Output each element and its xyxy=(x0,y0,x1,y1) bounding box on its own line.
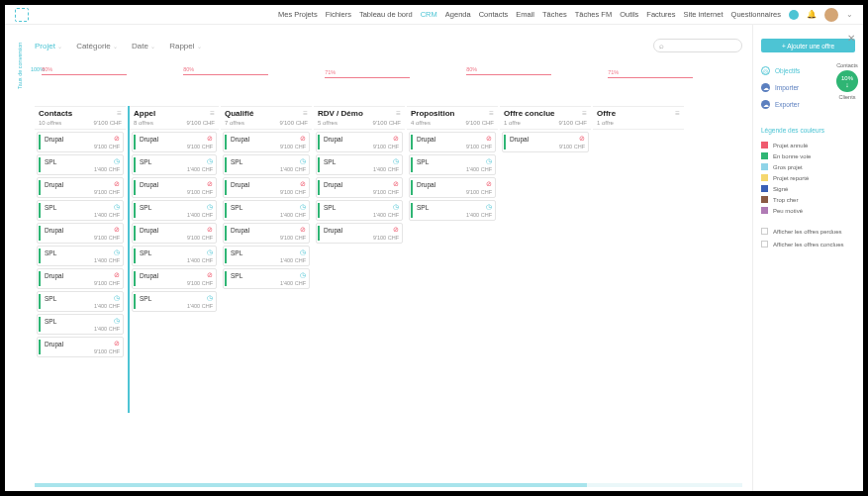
offer-card[interactable]: Drupal⊘9'100 CHF xyxy=(223,177,310,198)
offer-card[interactable]: SPL◷1'400 CHF xyxy=(37,246,124,266)
warning-icon: ⊘ xyxy=(114,135,120,143)
legend-title: Légende des couleurs xyxy=(761,127,855,134)
horizontal-scrollbar[interactable] xyxy=(35,483,742,487)
offer-card[interactable]: SPL◷1'400 CHF xyxy=(37,314,124,335)
cloud-icon: ☁ xyxy=(761,83,770,92)
card-title: SPL xyxy=(231,272,242,279)
nav-item[interactable]: Outils xyxy=(620,10,638,19)
column-menu-icon[interactable]: ≡ xyxy=(582,109,587,118)
filter-projet[interactable]: Projet ⌄ xyxy=(35,42,62,50)
column-total: 9'100 CHF xyxy=(466,120,495,126)
offer-card[interactable]: SPL◷1'400 CHF xyxy=(132,154,217,175)
column-total: 9'100 CHF xyxy=(280,120,309,126)
checkbox-option[interactable]: Afficher les offres perdues xyxy=(761,226,855,237)
card-title: SPL xyxy=(45,295,56,302)
offer-card[interactable]: SPL◷1'400 CHF xyxy=(132,200,217,221)
offer-card[interactable]: Drupal⊘9'100 CHF xyxy=(132,223,217,244)
offer-card[interactable]: SPL◷1'400 CHF xyxy=(223,154,310,175)
column-title: RDV / Démo xyxy=(318,109,363,118)
offer-card[interactable]: Drupal⊘9'100 CHF xyxy=(37,268,124,289)
clock-icon: ◷ xyxy=(207,248,213,256)
offer-card[interactable]: Drupal⊘9'100 CHF xyxy=(37,132,124,152)
offer-card[interactable]: SPL◷1'400 CHF xyxy=(316,154,403,175)
card-title: SPL xyxy=(231,158,242,165)
nav-item[interactable]: Tâches xyxy=(542,10,567,19)
card-amount: 1'400 CHF xyxy=(41,302,120,309)
offer-card[interactable]: SPL◷1'400 CHF xyxy=(37,291,124,312)
filter-date[interactable]: Date ⌄ xyxy=(132,42,155,50)
column-menu-icon[interactable]: ≡ xyxy=(396,109,401,118)
column-count: 10 offres xyxy=(39,120,61,126)
card-title: SPL xyxy=(45,249,56,256)
column-menu-icon[interactable]: ≡ xyxy=(675,109,680,118)
offer-card[interactable]: Drupal⊘9'100 CHF xyxy=(409,132,496,152)
avatar[interactable] xyxy=(824,8,838,22)
card-amount: 1'400 CHF xyxy=(136,256,213,263)
offer-card[interactable]: Drupal⊘9'100 CHF xyxy=(132,132,217,152)
search-input[interactable]: ⌕ xyxy=(653,39,742,52)
offer-card[interactable]: SPL◷1'400 CHF xyxy=(132,246,217,266)
nav-item[interactable]: Site internet xyxy=(684,10,723,19)
filter-rappel[interactable]: Rappel ⌄ xyxy=(169,42,202,50)
clock-icon: ◷ xyxy=(114,317,120,325)
offer-card[interactable]: Drupal⊘9'100 CHF xyxy=(132,268,217,289)
nav-item[interactable]: Factures xyxy=(646,10,675,19)
warning-icon: ⊘ xyxy=(579,135,585,143)
offer-card[interactable]: Drupal⊘9'100 CHF xyxy=(37,337,124,357)
warning-icon: ⊘ xyxy=(486,135,492,143)
card-title: Drupal xyxy=(45,227,63,234)
card-amount: 1'400 CHF xyxy=(41,325,120,332)
warning-icon: ⊘ xyxy=(114,271,120,279)
nav-item[interactable]: Tâches FM xyxy=(575,10,613,19)
filter-catégorie[interactable]: Catégorie ⌄ xyxy=(76,42,118,50)
offer-card[interactable]: SPL◷1'400 CHF xyxy=(37,200,124,221)
offer-card[interactable]: Drupal⊘9'100 CHF xyxy=(316,177,403,198)
offer-card[interactable]: SPL◷1'400 CHF xyxy=(409,154,496,175)
bell-icon[interactable]: 🔔 xyxy=(807,10,817,19)
notification-badge[interactable] xyxy=(789,10,799,20)
nav-item[interactable]: Questionnaires xyxy=(731,10,781,19)
nav-item[interactable]: Tableau de bord xyxy=(359,10,413,19)
card-amount: 1'400 CHF xyxy=(41,256,120,263)
nav-item[interactable]: Fichiers xyxy=(326,10,351,19)
chevron-down-icon[interactable]: ⌄ xyxy=(846,10,853,19)
logo[interactable] xyxy=(15,8,29,22)
clock-icon: ◷ xyxy=(114,294,120,302)
offer-card[interactable]: Drupal⊘9'100 CHF xyxy=(223,223,310,244)
offer-card[interactable]: Drupal⊘9'100 CHF xyxy=(409,177,496,198)
add-offer-button[interactable]: + Ajouter une offre xyxy=(761,39,855,52)
offer-card[interactable]: Drupal⊘9'100 CHF xyxy=(223,132,310,152)
nav-item[interactable]: Agenda xyxy=(445,10,471,19)
offer-card[interactable]: SPL◷1'400 CHF xyxy=(223,246,310,266)
legend-item: En bonne voie xyxy=(761,150,855,161)
offer-card[interactable]: SPL◷1'400 CHF xyxy=(37,154,124,175)
offer-card[interactable]: Drupal⊘9'100 CHF xyxy=(316,132,403,152)
nav-item[interactable]: Email xyxy=(516,10,534,19)
nav-item[interactable]: Contacts xyxy=(479,10,509,19)
offer-card[interactable]: Drupal⊘9'100 CHF xyxy=(132,177,217,198)
column-title: Contacts xyxy=(39,109,72,118)
column-menu-icon[interactable]: ≡ xyxy=(210,109,215,118)
column-menu-icon[interactable]: ≡ xyxy=(117,109,122,118)
offer-card[interactable]: SPL◷1'400 CHF xyxy=(132,291,217,312)
column-menu-icon[interactable]: ≡ xyxy=(303,109,308,118)
checkbox-icon xyxy=(761,241,768,248)
kanban-column: RDV / Démo≡5 offres9'100 CHFDrupal⊘9'100… xyxy=(314,106,405,413)
conversion-chart: 80%80%71%80%71% xyxy=(35,60,742,96)
offer-card[interactable]: SPL◷1'400 CHF xyxy=(223,268,310,289)
offer-card[interactable]: SPL◷1'400 CHF xyxy=(409,200,496,221)
chart-axis-label: Taux de conversion xyxy=(17,43,23,89)
column-menu-icon[interactable]: ≡ xyxy=(489,109,494,118)
nav-item[interactable]: CRM xyxy=(421,10,437,19)
close-icon[interactable]: ✕ xyxy=(847,33,855,44)
nav-item[interactable]: Mes Projets xyxy=(278,10,318,19)
offer-card[interactable]: Drupal⊘9'100 CHF xyxy=(37,177,124,198)
clock-icon: ◷ xyxy=(300,271,306,279)
offer-card[interactable]: SPL◷1'400 CHF xyxy=(223,200,310,221)
checkbox-option[interactable]: Afficher les offres conclues xyxy=(761,239,855,249)
offer-card[interactable]: SPL◷1'400 CHF xyxy=(316,200,403,221)
card-amount: 1'400 CHF xyxy=(413,165,492,172)
offer-card[interactable]: Drupal⊘9'100 CHF xyxy=(37,223,124,244)
offer-card[interactable]: Drupal⊘9'100 CHF xyxy=(316,223,403,244)
offer-card[interactable]: Drupal⊘9'100 CHF xyxy=(502,132,589,152)
